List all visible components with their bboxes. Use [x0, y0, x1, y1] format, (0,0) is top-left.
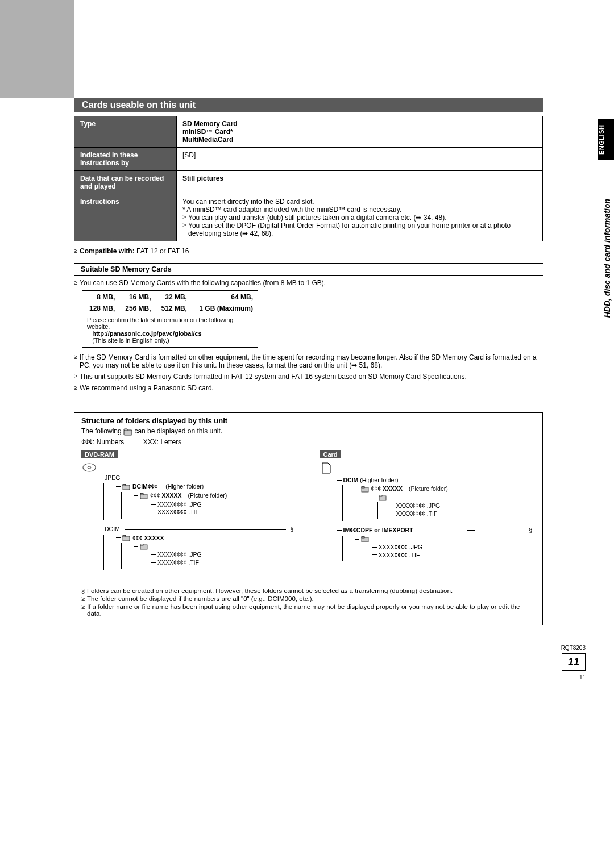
page-footer: RQT8203 11 11: [561, 645, 586, 681]
note: This unit supports SD Memory Cards forma…: [74, 373, 543, 381]
capacity-box: 8 MB, 16 MB, 32 MB, 64 MB, 128 MB, 256 M…: [82, 290, 258, 348]
row-value: You can insert directly into the SD card…: [177, 194, 543, 241]
sd-card-icon: [320, 462, 333, 475]
row-value: SD Memory Card miniSD™ Card* MultiMediaC…: [177, 116, 543, 148]
card-column: Card DCIM (Higher folder) ¢¢¢ XXXXX (Pic…: [320, 450, 536, 571]
structure-box: Structure of folders displayed by this u…: [74, 412, 543, 625]
folder-icon: [361, 536, 369, 542]
svg-point-3: [88, 466, 91, 469]
row-header: Instructions: [74, 194, 177, 241]
folder-icon: [140, 493, 148, 499]
svg-rect-7: [140, 493, 143, 495]
svg-point-2: [83, 464, 96, 471]
section-side-title: HDD, disc and card information: [603, 199, 612, 318]
svg-rect-13: [362, 487, 364, 489]
margin-block: [0, 0, 74, 98]
svg-rect-1: [124, 429, 127, 431]
disc-icon: [81, 462, 97, 473]
folder-icon: [122, 483, 130, 490]
svg-rect-11: [140, 544, 143, 546]
structure-footnotes: Folders can be created on other equipmen…: [81, 587, 536, 617]
structure-title: Structure of folders displayed by this u…: [81, 416, 536, 425]
folder-icon: [122, 535, 130, 541]
capacity-intro: You can use SD Memory Cards with the fol…: [74, 279, 543, 287]
row-header: Type: [74, 116, 177, 148]
svg-rect-9: [123, 536, 126, 537]
row-value: Still pictures: [177, 171, 543, 194]
folder-icon: [379, 494, 387, 501]
dvd-ram-column: DVD-RAM JPEG DCIM¢¢¢ (Higher folder): [81, 450, 297, 571]
note: If the SD Memory Card is formatted on ot…: [74, 353, 543, 369]
note: We recommend using a Panasonic SD card.: [74, 384, 543, 392]
compat-note: Compatible with: FAT 12 or FAT 16: [74, 247, 543, 255]
folder-icon: [123, 428, 132, 436]
svg-rect-17: [362, 537, 364, 539]
row-value: [SD]: [177, 148, 543, 171]
folder-icon: [361, 486, 369, 493]
language-tab: ENGLISH: [598, 119, 614, 160]
page-content: Cards useable on this unit Type SD Memor…: [74, 98, 543, 625]
svg-rect-15: [379, 495, 382, 497]
svg-rect-5: [123, 485, 126, 486]
row-header: Data that can be recorded and played: [74, 171, 177, 194]
sub-header: Suitable SD Memory Cards: [74, 263, 543, 276]
folder-icon: [140, 543, 148, 550]
spec-table: Type SD Memory Card miniSD™ Card* MultiM…: [74, 116, 543, 241]
section-header: Cards useable on this unit: [74, 98, 543, 112]
row-header: Indicated in these instructions by: [74, 148, 177, 171]
